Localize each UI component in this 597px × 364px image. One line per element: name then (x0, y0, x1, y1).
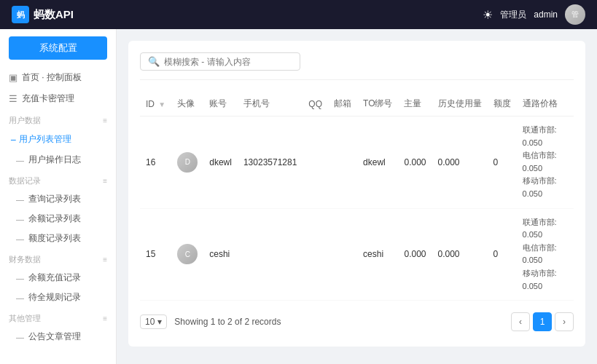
header-right: ☀ 管理员 admin 管 (483, 4, 585, 25)
cell-historical: 0.000 (432, 116, 488, 209)
admin-username: admin (534, 9, 558, 20)
col-to-number: TO绑号 (357, 92, 398, 116)
collapse-icon[interactable]: ≡ (103, 116, 107, 124)
search-bar: 🔍 (140, 52, 574, 80)
dash-icon: — (16, 333, 24, 341)
table-wrapper: ID ▼ 头像 账号 手机号 QQ 邮箱 TO绑号 主量 历史使用量 额度 通路… (140, 92, 574, 301)
col-avatar: 头像 (171, 92, 203, 116)
dash-icon: — (16, 156, 24, 165)
cell-id: 16 (140, 116, 171, 209)
sidebar: 系统配置 ▣ 首页 · 控制面板 ☰ 充值卡密管理 用户数据 ≡ − 用户列表管… (0, 29, 117, 364)
cell-historical: 0.000 (432, 208, 488, 301)
cell-status: 0 (488, 208, 517, 301)
user-table: ID ▼ 头像 账号 手机号 QQ 邮箱 TO绑号 主量 历史使用量 额度 通路… (140, 92, 574, 301)
table-row: 15 C ceshi ceshi 0.000 0.000 0 联通市部: 0.0… (140, 208, 574, 301)
cell-qq (303, 116, 328, 209)
col-query-price: 通路价格 (517, 92, 574, 116)
col-phone: 手机号 (238, 92, 303, 116)
logo: 蚂 蚂数API (12, 6, 74, 23)
cell-qq (303, 208, 328, 301)
user-avatar: D (177, 152, 198, 173)
cell-status: 0 (488, 116, 517, 209)
layout: 系统配置 ▣ 首页 · 控制面板 ☰ 充值卡密管理 用户数据 ≡ − 用户列表管… (0, 29, 597, 364)
sidebar-item-notice-management[interactable]: — 公告文章管理 (0, 327, 116, 347)
page-buttons: ‹ 1 › (511, 312, 574, 331)
col-status: 额度 (488, 92, 517, 116)
page-1-button[interactable]: 1 (533, 312, 552, 331)
cell-to-number: dkewl (357, 116, 398, 209)
sidebar-item-label: 充值卡密管理 (22, 92, 74, 105)
sidebar-item-user-list[interactable]: − 用户列表管理 (0, 129, 116, 150)
cell-email (328, 208, 357, 301)
main-content: 🔍 ID ▼ 头像 账号 手机号 QQ 邮箱 TO绑 (117, 29, 597, 364)
page-size-select[interactable]: 10 ▾ (140, 314, 167, 329)
sidebar-item-recharge-records[interactable]: — 余额充值记录 (0, 268, 116, 288)
search-input-wrapper[interactable]: 🔍 (140, 52, 300, 71)
system-config-button[interactable]: 系统配置 (9, 36, 107, 60)
pagination-row: 10 ▾ Showing 1 to 2 of 2 records ‹ 1 › (140, 312, 574, 331)
sidebar-item-pending-records[interactable]: — 待全规则记录 (0, 288, 116, 307)
cell-email (328, 116, 357, 209)
dash-icon: — (16, 274, 24, 282)
app-header: 蚂 蚂数API ☀ 管理员 admin 管 (0, 0, 597, 29)
col-historical: 历史使用量 (432, 92, 488, 116)
sidebar-item-query-records[interactable]: — 查询记录列表 (0, 189, 116, 209)
cell-account: ceshi (203, 208, 238, 301)
col-balance: 主量 (398, 92, 432, 116)
content-card: 🔍 ID ▼ 头像 账号 手机号 QQ 邮箱 TO绑 (128, 41, 585, 347)
dash-icon: — (16, 195, 24, 204)
search-icon: 🔍 (148, 56, 160, 67)
cell-phone: 13023571281 (238, 116, 303, 209)
page-size-arrow: ▾ (157, 317, 162, 327)
cell-to-number: ceshi (357, 208, 398, 301)
logo-text: 蚂数API (34, 8, 74, 22)
section-user-data: 用户数据 ≡ (0, 109, 116, 129)
dashboard-icon: ▣ (9, 72, 17, 83)
cell-balance: 0.000 (398, 208, 432, 301)
cell-account: dkewl (203, 116, 238, 209)
col-email: 邮箱 (328, 92, 357, 116)
col-account: 账号 (203, 92, 238, 116)
page-info: Showing 1 to 2 of 2 records (174, 317, 504, 327)
dash-icon: — (16, 234, 24, 243)
col-qq: QQ (303, 92, 328, 116)
user-avatar: C (177, 244, 198, 264)
cell-balance: 0.000 (398, 116, 432, 209)
search-input[interactable] (164, 57, 292, 67)
admin-label: 管理员 (500, 9, 526, 21)
dash-icon: — (16, 293, 24, 302)
page-size-value: 10 (145, 317, 155, 327)
sidebar-item-limit-records[interactable]: — 额度记录列表 (0, 229, 116, 248)
avatar[interactable]: 管 (565, 4, 585, 25)
sidebar-item-label: 首页 · 控制面板 (22, 71, 82, 84)
expand-icon: − (10, 134, 16, 146)
sidebar-item-dashboard[interactable]: ▣ 首页 · 控制面板 (0, 67, 116, 88)
cell-query-price: 联通市部: 0.050电信市部: 0.050移动市部: 0.050 (517, 208, 574, 301)
collapse-icon-3[interactable]: ≡ (103, 256, 107, 264)
cell-query-price: 联通市部: 0.050电信市部: 0.050移动市部: 0.050 (517, 116, 574, 209)
section-data-records: 数据记录 ≡ (0, 170, 116, 189)
table-header-row: ID ▼ 头像 账号 手机号 QQ 邮箱 TO绑号 主量 历史使用量 额度 通路… (140, 92, 574, 116)
card-icon: ☰ (9, 93, 17, 104)
sidebar-item-card-management[interactable]: ☰ 充值卡密管理 (0, 88, 116, 109)
cell-id: 15 (140, 208, 171, 301)
cell-avatar: C (171, 208, 203, 301)
collapse-icon-2[interactable]: ≡ (103, 177, 107, 185)
next-page-button[interactable]: › (555, 312, 574, 331)
table-row: 16 D dkewl 13023571281 dkewl 0.000 0.000… (140, 116, 574, 209)
cell-phone (238, 208, 303, 301)
col-id: ID ▼ (140, 92, 171, 116)
logo-icon: 蚂 (12, 6, 29, 23)
theme-icon[interactable]: ☀ (483, 8, 493, 22)
dash-icon: — (16, 215, 24, 223)
collapse-icon-4[interactable]: ≡ (103, 314, 107, 323)
sort-icon[interactable]: ▼ (158, 100, 165, 108)
section-finance-data: 财务数据 ≡ (0, 248, 116, 268)
sidebar-item-user-op-log[interactable]: — 用户操作日志 (0, 150, 116, 170)
cell-avatar: D (171, 116, 203, 209)
prev-page-button[interactable]: ‹ (511, 312, 530, 331)
sidebar-item-credit-records[interactable]: — 余额记录列表 (0, 209, 116, 229)
section-other-mgmt: 其他管理 ≡ (0, 307, 116, 327)
